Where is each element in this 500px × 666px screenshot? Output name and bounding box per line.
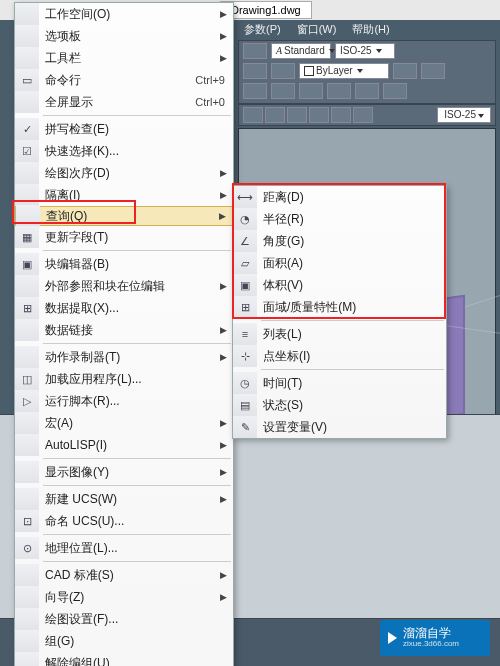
menu-item-label: 拼写检查(E) [39,121,233,138]
tool-button[interactable] [355,83,379,99]
tool-button[interactable] [271,83,295,99]
menu-item[interactable]: ◫加载应用程序(L)... [15,368,233,390]
menu-window[interactable]: 窗口(W) [293,20,341,40]
menu-item[interactable]: ▣体积(V) [233,274,446,296]
menu-item-icon [15,346,39,368]
menu-separator [43,458,231,459]
menu-item-label: 体积(V) [257,277,446,294]
menu-item[interactable]: ∠角度(G) [233,230,446,252]
menu-item-label: 更新字段(T) [39,229,233,246]
menu-item[interactable]: 绘图次序(D)▶ [15,162,233,184]
tool-button[interactable] [353,107,373,123]
tool-button[interactable] [327,83,351,99]
menu-item-label: 点坐标(I) [257,348,446,365]
menu-item[interactable]: 全屏显示Ctrl+0 [15,91,233,113]
menu-item-icon [15,184,39,206]
menu-item-label: 命令行 [39,72,195,89]
menu-item[interactable]: ⊙地理位置(L)... [15,537,233,559]
menu-item-icon: ◔ [233,208,257,230]
submenu-arrow-icon: ▶ [220,9,233,19]
menu-item-icon [15,162,39,184]
menu-item[interactable]: ≡列表(L) [233,323,446,345]
menu-help[interactable]: 帮助(H) [348,20,393,40]
menu-item-icon [15,91,39,113]
menu-item[interactable]: ✓拼写检查(E) [15,118,233,140]
menu-item[interactable]: ⟷距离(D) [233,186,446,208]
menu-item[interactable]: ⊞数据提取(X)... [15,297,233,319]
menu-item[interactable]: ◷时间(T) [233,372,446,394]
menu-item[interactable]: ▤状态(S) [233,394,446,416]
menu-item[interactable]: 查询(Q)▶ [15,206,233,226]
menu-item[interactable]: ▷运行脚本(R)... [15,390,233,412]
style-dropdown[interactable]: A Standard [271,43,331,59]
menu-item-icon: ▦ [15,226,39,248]
tool-button[interactable] [309,107,329,123]
menu-item-icon [15,564,39,586]
menu-item[interactable]: ▣块编辑器(B) [15,253,233,275]
menu-item[interactable]: 选项板▶ [15,25,233,47]
menu-item[interactable]: 组(G) [15,630,233,652]
menu-item[interactable]: 向导(Z)▶ [15,586,233,608]
submenu-arrow-icon: ▶ [220,592,233,602]
tool-button[interactable] [393,63,417,79]
menu-item[interactable]: 隔离(I)▶ [15,184,233,206]
menu-item[interactable]: ☑快速选择(K)... [15,140,233,162]
menu-item-label: 查询(Q) [40,208,219,225]
menu-item-label: 加载应用程序(L)... [39,371,233,388]
tool-button[interactable] [287,107,307,123]
menu-item[interactable]: 解除编组(U) [15,652,233,666]
menu-item-icon [15,319,39,341]
menu-item[interactable]: 绘图设置(F)... [15,608,233,630]
tool-button[interactable] [243,43,267,59]
menubar: 参数(P) 窗口(W) 帮助(H) [240,20,394,40]
menu-item-label: 半径(R) [257,211,446,228]
dimstyle-dropdown[interactable]: ISO-25 [335,43,395,59]
tool-button[interactable] [421,63,445,79]
menu-item-icon [15,652,39,666]
menu-separator [43,485,231,486]
iso-dropdown[interactable]: ISO-25 [437,107,491,123]
logo-subtext: zixue.3d66.com [403,640,459,649]
menu-item[interactable]: 显示图像(Y)▶ [15,461,233,483]
menu-item-icon: ▣ [233,274,257,296]
menu-item-icon: ✓ [15,118,39,140]
menu-item-icon: ≡ [233,323,257,345]
menu-item[interactable]: ▱面积(A) [233,252,446,274]
menu-item[interactable]: ⊞面域/质量特性(M) [233,296,446,318]
menu-item[interactable]: 工作空间(O)▶ [15,3,233,25]
menu-item-icon: ⟷ [233,186,257,208]
menu-item[interactable]: ⊡命名 UCS(U)... [15,510,233,532]
menu-item[interactable]: AutoLISP(I)▶ [15,434,233,456]
inquiry-submenu: ⟷距离(D)◔半径(R)∠角度(G)▱面积(A)▣体积(V)⊞面域/质量特性(M… [232,185,447,439]
menu-item[interactable]: CAD 标准(S)▶ [15,564,233,586]
submenu-arrow-icon: ▶ [219,211,232,221]
menu-item[interactable]: 外部参照和块在位编辑▶ [15,275,233,297]
menu-item[interactable]: ◔半径(R) [233,208,446,230]
menu-item-label: 工具栏 [39,50,220,67]
tool-button[interactable] [243,63,267,79]
menu-item[interactable]: ▦更新字段(T) [15,226,233,248]
layer-dropdown[interactable]: ByLayer [299,63,389,79]
menu-params[interactable]: 参数(P) [240,20,285,40]
tool-button[interactable] [265,107,285,123]
menu-item[interactable]: ▭命令行Ctrl+9 [15,69,233,91]
tool-button[interactable] [243,83,267,99]
menu-item[interactable]: ⊹点坐标(I) [233,345,446,367]
menu-item[interactable]: 新建 UCS(W)▶ [15,488,233,510]
tool-button[interactable] [243,107,263,123]
menu-separator [43,534,231,535]
menu-item-icon: ☑ [15,140,39,162]
menu-item[interactable]: 宏(A)▶ [15,412,233,434]
tool-button[interactable] [271,63,295,79]
menu-item[interactable]: ✎设置变量(V) [233,416,446,438]
menu-item-icon [15,608,39,630]
menu-item-label: 设置变量(V) [257,419,446,436]
tool-button[interactable] [383,83,407,99]
tool-button[interactable] [331,107,351,123]
menu-item[interactable]: 动作录制器(T)▶ [15,346,233,368]
menu-item-label: 面积(A) [257,255,446,272]
tool-button[interactable] [299,83,323,99]
menu-item[interactable]: 工具栏▶ [15,47,233,69]
menu-item-label: 组(G) [39,633,233,650]
menu-item[interactable]: 数据链接▶ [15,319,233,341]
